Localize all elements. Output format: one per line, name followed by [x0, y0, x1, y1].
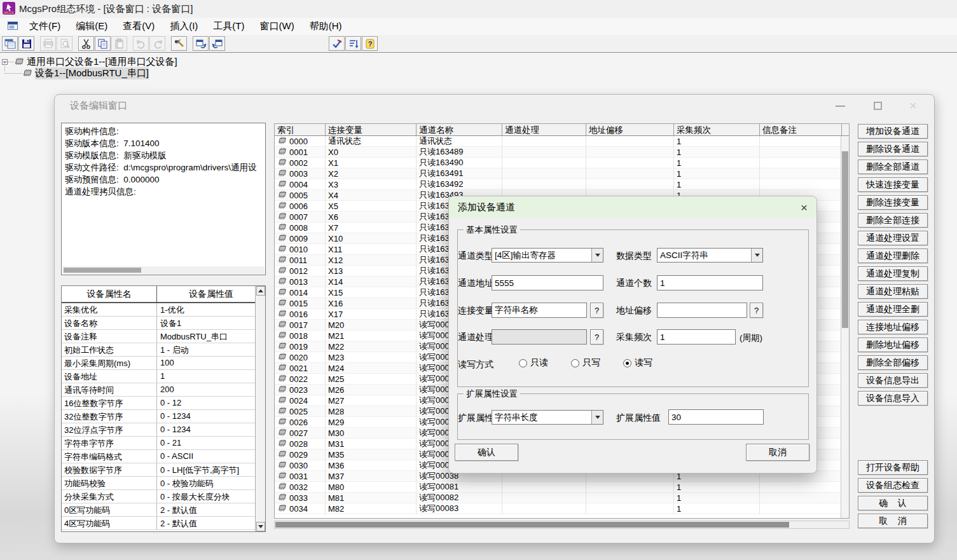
data-type-select[interactable]: ASCII字符串: [657, 248, 763, 263]
minimize-icon[interactable]: [836, 101, 845, 110]
property-row[interactable]: 字符串编码格式0 - ASCII: [62, 450, 265, 463]
side-button-5[interactable]: 删除全部连接: [858, 213, 928, 228]
menu-item-5[interactable]: 窗口(W): [252, 18, 301, 34]
channel-col-header-1[interactable]: 连接变量: [326, 124, 417, 135]
side-button-10[interactable]: 通道处理全删: [858, 302, 928, 317]
tree-item-label[interactable]: 设备1--[ModbusRTU_串口]: [35, 67, 149, 79]
channel-row[interactable]: 0003X2只读1634911: [275, 168, 849, 179]
link-variable-help-button[interactable]: ?: [590, 303, 603, 318]
channel-row[interactable]: 0004X3只读1634921: [275, 179, 849, 190]
ext-name-select[interactable]: 字符串长度: [492, 410, 603, 425]
window-confirm-button[interactable]: 确 认: [858, 496, 928, 510]
window-import-icon[interactable]: [209, 36, 225, 51]
channel-row[interactable]: 0033M81读写000821: [275, 493, 849, 503]
property-row[interactable]: 采集优化1-优化: [62, 303, 265, 317]
channel-row[interactable]: 0000通讯状态通讯状态1: [275, 136, 849, 147]
collect-freq-input[interactable]: [657, 329, 736, 345]
property-row[interactable]: 设备注释ModbusRTU_串口: [62, 330, 265, 343]
menu-item-2[interactable]: 查看(V): [115, 18, 162, 34]
side-button-15[interactable]: 设备信息导入: [858, 391, 928, 406]
property-row[interactable]: 最小采集周期(ms)100: [62, 357, 265, 370]
channel-row[interactable]: 0034M82读写000831: [275, 503, 849, 514]
channel-col-header-5[interactable]: 采集频次: [674, 124, 760, 135]
address-offset-input[interactable]: [657, 303, 747, 318]
side-button-9[interactable]: 通道处理粘贴: [858, 284, 928, 299]
link-variable-input[interactable]: [492, 303, 587, 318]
property-row[interactable]: 初始工作状态1 - 启动: [62, 343, 265, 357]
property-row[interactable]: 校验数据字节序0 - LH[低字节,高字节]: [62, 463, 265, 477]
side-button-3[interactable]: 快速连接变量: [858, 177, 928, 192]
rw-option-只写[interactable]: 只写: [571, 357, 600, 369]
channel-count-input[interactable]: [657, 275, 763, 290]
confirm-button[interactable]: 确认: [455, 444, 518, 461]
property-row[interactable]: 4区写功能码2 - 默认值: [62, 517, 265, 530]
property-row[interactable]: 设备地址1: [62, 370, 265, 383]
workbench-icon[interactable]: [2, 36, 18, 51]
channel-type-select[interactable]: [4区]输出寄存器: [492, 248, 603, 263]
property-row[interactable]: 通讯等待时间200: [62, 383, 265, 397]
channel-row[interactable]: 0002X1只读1634901: [275, 158, 849, 168]
tree-item-device1[interactable]: 设备1--[ModbusRTU_串口]: [4, 67, 149, 79]
menu-item-3[interactable]: 插入(I): [162, 18, 205, 34]
chevron-down-icon[interactable]: [591, 249, 603, 262]
side-button-6[interactable]: 通道处理设置: [858, 231, 928, 245]
side-button-13[interactable]: 删除全部偏移: [858, 355, 928, 370]
radio-icon[interactable]: [623, 359, 631, 367]
driver-info-hscrollbar[interactable]: [62, 266, 265, 274]
side-button-0[interactable]: 增加设备通道: [858, 124, 928, 139]
side-button-1[interactable]: 删除设备通道: [858, 142, 928, 156]
channel-col-header-0[interactable]: 索引: [275, 124, 326, 135]
sort-icon[interactable]: [345, 36, 361, 51]
syntax-check-icon[interactable]: [329, 36, 345, 51]
chevron-down-icon[interactable]: [751, 249, 762, 262]
tools-icon[interactable]: [171, 36, 187, 51]
radio-icon[interactable]: [519, 359, 527, 367]
address-offset-help-button[interactable]: ?: [750, 303, 763, 318]
channel-address-input[interactable]: [492, 275, 603, 290]
channel-table-vscrollbar[interactable]: [841, 136, 849, 518]
property-row[interactable]: 16位整数字节序0 - 12: [62, 397, 265, 410]
channel-col-header-3[interactable]: 通道处理: [502, 124, 586, 135]
scroll-down-icon[interactable]: [256, 522, 265, 531]
side-button-7[interactable]: 通道处理删除: [858, 249, 928, 263]
property-row[interactable]: 32位整数字节序0 - 1234: [62, 410, 265, 423]
channel-row[interactable]: 0001X0只读1634891: [275, 147, 849, 158]
help-icon[interactable]: ?: [362, 36, 378, 51]
side-button-11[interactable]: 连接地址偏移: [858, 320, 928, 334]
channel-table-hscrollbar[interactable]: [274, 521, 850, 529]
property-row[interactable]: 32位浮点字节序0 - 1234: [62, 423, 265, 437]
ext-value-input[interactable]: [668, 409, 764, 425]
close-icon[interactable]: ×: [909, 101, 917, 110]
device-config-check-button[interactable]: 设备组态检查: [858, 478, 928, 493]
mdi-child-icon[interactable]: [8, 22, 18, 32]
menu-item-6[interactable]: 帮助(H): [302, 18, 350, 34]
property-table-scrollbar[interactable]: [255, 286, 265, 531]
radio-icon[interactable]: [571, 359, 579, 367]
scroll-up-icon[interactable]: [256, 286, 265, 296]
rw-option-读写[interactable]: 读写: [623, 357, 652, 369]
cut-icon[interactable]: [78, 36, 94, 51]
property-row[interactable]: 设备名称设备1: [62, 317, 265, 330]
property-row[interactable]: 功能码校验0 - 校验功能码: [62, 477, 265, 490]
channel-col-header-2[interactable]: 通道名称: [417, 124, 502, 135]
rw-option-只读[interactable]: 只读: [519, 357, 548, 369]
cancel-button[interactable]: 取消: [746, 444, 809, 461]
side-button-4[interactable]: 删除连接变量: [858, 195, 928, 210]
channel-row[interactable]: 0032M80读写000811: [275, 482, 849, 493]
save-icon[interactable]: [18, 36, 34, 51]
tree-item-label[interactable]: 通用串口父设备1--[通用串口父设备]: [27, 56, 177, 68]
property-row[interactable]: 分块采集方式0 - 按最大长度分块: [62, 490, 265, 503]
side-button-12[interactable]: 删除地址偏移: [858, 338, 928, 352]
menu-item-0[interactable]: 文件(F): [22, 18, 68, 34]
channel-process-help-button[interactable]: ?: [590, 329, 603, 345]
tree-item-parent-device[interactable]: 通用串口父设备1--[通用串口父设备]: [2, 56, 177, 67]
window-cancel-button[interactable]: 取 消: [858, 514, 928, 528]
side-button-2[interactable]: 删除全部通道: [858, 160, 928, 174]
side-button-8[interactable]: 通道处理复制: [858, 266, 928, 281]
open-device-help-button[interactable]: 打开设备帮助: [858, 460, 928, 475]
side-button-14[interactable]: 设备信息导出: [858, 373, 928, 388]
copy-icon[interactable]: [95, 36, 111, 51]
property-row[interactable]: 0区写功能码2 - 默认值: [62, 503, 265, 517]
menu-item-1[interactable]: 编辑(E): [68, 18, 115, 34]
window-export-icon[interactable]: [193, 36, 209, 51]
